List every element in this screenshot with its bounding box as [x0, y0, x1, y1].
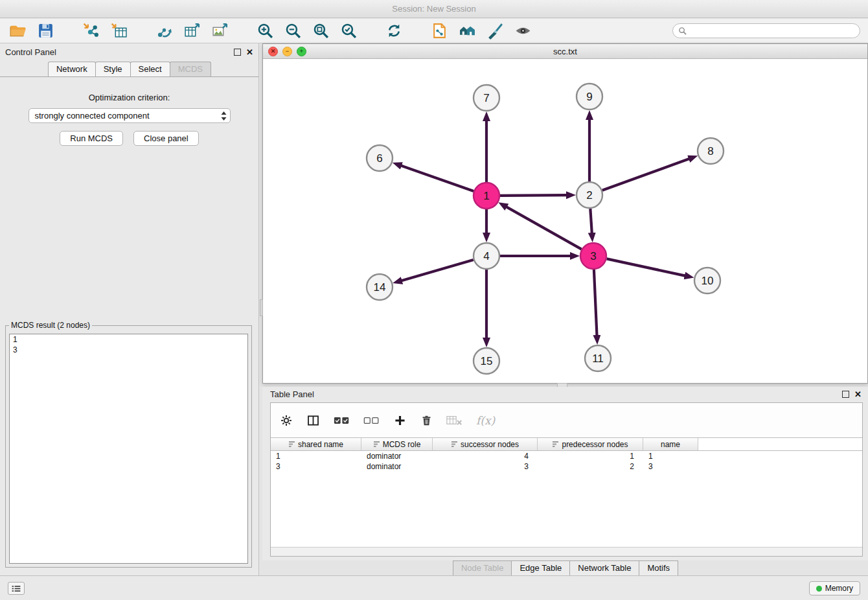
mcds-result-line: 1	[10, 334, 247, 345]
graph-edge-3-11[interactable]	[594, 270, 597, 336]
table-cell[interactable]: 1	[271, 452, 361, 461]
graph-node-6[interactable]: 6	[367, 145, 393, 171]
table-cell[interactable]: 3	[271, 462, 361, 471]
graph-node-7[interactable]: 7	[474, 85, 499, 111]
tab-network[interactable]: Network	[48, 62, 96, 76]
control-panel-tabs: Network Style Select MCDS	[0, 60, 258, 77]
search-input[interactable]	[690, 26, 854, 36]
close-table-panel-icon[interactable]: ✕	[854, 390, 862, 398]
zoom-out-icon	[284, 22, 302, 40]
deselect-all-button[interactable]	[363, 413, 380, 428]
tab-network-table[interactable]: Network Table	[569, 560, 639, 576]
first-neighbors-button[interactable]	[457, 21, 477, 41]
folder-icon	[9, 22, 27, 40]
network-canvas[interactable]: 7968124314101511	[263, 59, 867, 384]
zoom-selected-button[interactable]	[339, 21, 358, 41]
network-window-titlebar[interactable]: ✕ − + scc.txt	[263, 44, 867, 59]
status-bar: Memory	[0, 575, 868, 600]
graph-node-8[interactable]: 8	[698, 138, 724, 164]
show-column-panel-button[interactable]	[306, 413, 320, 428]
open-network-document-button[interactable]	[429, 21, 449, 41]
tab-style[interactable]: Style	[95, 62, 131, 76]
graph-edge-1-2[interactable]	[500, 195, 567, 196]
tab-motifs[interactable]: Motifs	[639, 560, 678, 576]
graph-edge-2-8[interactable]	[602, 159, 689, 190]
float-panel-button[interactable]	[234, 49, 241, 56]
zoom-selected-icon	[340, 22, 358, 40]
function-builder-button[interactable]: f(x)	[476, 413, 495, 428]
document-network-icon	[431, 22, 448, 40]
column-header-successor-nodes[interactable]: successor nodes	[433, 438, 538, 450]
run-mcds-button[interactable]: Run MCDS	[60, 131, 123, 146]
table-cell[interactable]: 4	[433, 452, 538, 461]
vertical-splitter-handle[interactable]	[260, 299, 263, 316]
graph-node-11[interactable]: 11	[585, 345, 611, 371]
graph-node-label: 1	[483, 190, 489, 202]
close-window-button[interactable]: ✕	[268, 47, 278, 56]
apply-style-button[interactable]	[485, 21, 505, 41]
table-cell[interactable]: 3	[643, 462, 698, 471]
graph-edge-3-10[interactable]	[607, 259, 685, 275]
minimize-window-button[interactable]: −	[282, 47, 292, 56]
tab-select[interactable]: Select	[130, 62, 170, 76]
optimization-dropdown[interactable]: strongly connected component	[29, 108, 231, 123]
column-header-mcds-role[interactable]: MCDS role	[361, 438, 433, 450]
graph-node-4[interactable]: 4	[474, 243, 499, 269]
toggle-view-button[interactable]	[513, 21, 532, 41]
table-cell[interactable]: dominator	[361, 452, 433, 461]
table-cell[interactable]: dominator	[361, 462, 433, 471]
table-horizontal-scrollbar[interactable]	[271, 547, 862, 556]
graph-node-label: 14	[374, 281, 386, 294]
graph-node-label: 6	[376, 152, 382, 165]
delete-table-button[interactable]	[446, 413, 463, 428]
zoom-window-button[interactable]: +	[297, 47, 306, 56]
gear-icon	[280, 414, 293, 427]
graph-node-3[interactable]: 3	[580, 243, 606, 269]
export-table-button[interactable]	[182, 21, 201, 41]
memory-button[interactable]: Memory	[809, 581, 860, 595]
export-image-button[interactable]	[210, 21, 229, 41]
graph-edge-4-14[interactable]	[402, 260, 474, 281]
table-cell[interactable]: 2	[538, 462, 643, 471]
table-cell[interactable]: 1	[643, 452, 698, 461]
column-settings-button[interactable]	[280, 413, 293, 428]
tab-mcds[interactable]: MCDS	[170, 62, 211, 76]
close-panel-icon[interactable]: ✕	[246, 48, 253, 56]
import-table-button[interactable]	[109, 21, 128, 41]
table-cell[interactable]: 1	[538, 452, 643, 461]
graph-node-15[interactable]: 15	[474, 348, 499, 374]
select-all-button[interactable]	[334, 413, 350, 428]
save-session-button[interactable]	[36, 21, 55, 41]
zoom-out-button[interactable]	[283, 21, 303, 41]
add-row-button[interactable]	[393, 413, 407, 428]
column-header-predecessor-nodes[interactable]: predecessor nodes	[538, 438, 643, 450]
graph-node-9[interactable]: 9	[577, 84, 602, 110]
open-session-button[interactable]	[8, 21, 27, 41]
refresh-view-button[interactable]	[384, 21, 404, 41]
graph-node-1[interactable]: 1	[474, 183, 499, 209]
refresh-icon	[385, 22, 403, 40]
delete-row-button[interactable]	[420, 413, 433, 428]
tab-node-table[interactable]: Node Table	[453, 560, 512, 576]
column-header-name[interactable]: name	[643, 438, 698, 450]
show-panel-list-button[interactable]	[8, 582, 25, 595]
column-header-shared-name[interactable]: shared name	[271, 438, 361, 450]
column-type-icon	[288, 441, 295, 448]
graph-node-14[interactable]: 14	[367, 274, 393, 300]
close-panel-button[interactable]: Close panel	[133, 131, 199, 146]
graph-edge-2-3[interactable]	[590, 209, 592, 233]
float-table-panel-button[interactable]	[842, 391, 849, 398]
optimization-criterion-label: Optimization criterion:	[0, 93, 258, 102]
zoom-fit-button[interactable]	[311, 21, 330, 41]
graph-edge-3-1[interactable]	[507, 207, 582, 249]
tab-edge-table[interactable]: Edge Table	[511, 560, 570, 576]
export-network-button[interactable]	[154, 21, 174, 41]
import-network-button[interactable]	[81, 21, 100, 41]
table-cell[interactable]: 3	[433, 462, 538, 471]
mcds-result-textarea[interactable]: 1 3	[9, 334, 248, 564]
toolbar-search[interactable]	[672, 23, 860, 38]
graph-node-10[interactable]: 10	[694, 268, 720, 294]
zoom-in-button[interactable]	[255, 21, 275, 41]
graph-node-2[interactable]: 2	[577, 182, 602, 208]
graph-edge-1-6[interactable]	[401, 166, 474, 191]
